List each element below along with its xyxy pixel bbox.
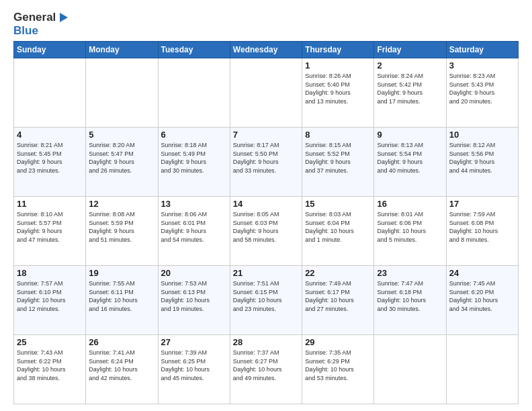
calendar-cell: 27Sunrise: 7:39 AMSunset: 6:25 PMDayligh… xyxy=(158,334,230,404)
day-number: 16 xyxy=(377,199,443,209)
day-info: Sunrise: 8:18 AMSunset: 5:49 PMDaylight:… xyxy=(161,141,227,175)
calendar-cell: 8Sunrise: 8:15 AMSunset: 5:52 PMDaylight… xyxy=(302,128,374,197)
day-info: Sunrise: 7:43 AMSunset: 6:22 PMDaylight:… xyxy=(17,349,83,382)
day-info: Sunrise: 7:57 AMSunset: 6:10 PMDaylight:… xyxy=(17,279,83,313)
day-info: Sunrise: 8:03 AMSunset: 6:04 PMDaylight:… xyxy=(305,210,371,244)
week-row-4: 18Sunrise: 7:57 AMSunset: 6:10 PMDayligh… xyxy=(14,266,519,335)
calendar-cell: 17Sunrise: 7:59 AMSunset: 6:08 PMDayligh… xyxy=(446,197,518,266)
weekday-header-tuesday: Tuesday xyxy=(158,42,230,58)
logo-blue-text: Blue xyxy=(13,24,69,38)
day-info: Sunrise: 7:49 AMSunset: 6:17 PMDaylight:… xyxy=(305,279,371,313)
day-info: Sunrise: 7:41 AMSunset: 6:24 PMDaylight:… xyxy=(89,349,154,382)
week-row-2: 4Sunrise: 8:21 AMSunset: 5:45 PMDaylight… xyxy=(14,128,519,197)
calendar-cell: 24Sunrise: 7:45 AMSunset: 6:20 PMDayligh… xyxy=(446,266,518,335)
calendar-cell: 14Sunrise: 8:05 AMSunset: 6:03 PMDayligh… xyxy=(230,197,302,266)
day-info: Sunrise: 8:10 AMSunset: 5:57 PMDaylight:… xyxy=(17,210,83,244)
day-info: Sunrise: 7:51 AMSunset: 6:15 PMDaylight:… xyxy=(233,279,299,313)
day-number: 25 xyxy=(17,337,83,347)
calendar-cell: 11Sunrise: 8:10 AMSunset: 5:57 PMDayligh… xyxy=(14,197,86,266)
top-section: General Blue xyxy=(13,11,519,37)
weekday-header-saturday: Saturday xyxy=(446,42,518,58)
day-number: 20 xyxy=(161,268,227,278)
day-info: Sunrise: 8:24 AMSunset: 5:42 PMDaylight:… xyxy=(377,72,443,105)
day-number: 9 xyxy=(377,130,443,140)
calendar-cell: 10Sunrise: 8:12 AMSunset: 5:56 PMDayligh… xyxy=(446,128,518,197)
calendar-cell: 9Sunrise: 8:13 AMSunset: 5:54 PMDaylight… xyxy=(374,128,446,197)
day-info: Sunrise: 8:12 AMSunset: 5:56 PMDaylight:… xyxy=(449,141,515,175)
day-number: 12 xyxy=(89,199,154,209)
calendar-cell: 29Sunrise: 7:35 AMSunset: 6:29 PMDayligh… xyxy=(302,334,374,404)
calendar-table: SundayMondayTuesdayWednesdayThursdayFrid… xyxy=(13,41,519,404)
day-number: 28 xyxy=(233,337,299,347)
day-number: 18 xyxy=(17,268,83,278)
calendar-cell: 7Sunrise: 8:17 AMSunset: 5:50 PMDaylight… xyxy=(230,128,302,197)
day-number: 19 xyxy=(89,268,154,278)
calendar-cell: 5Sunrise: 8:20 AMSunset: 5:47 PMDaylight… xyxy=(86,128,158,197)
day-number: 17 xyxy=(449,199,515,209)
day-number: 1 xyxy=(305,60,371,71)
calendar-cell: 19Sunrise: 7:55 AMSunset: 6:11 PMDayligh… xyxy=(86,266,158,335)
day-number: 10 xyxy=(449,130,515,140)
day-info: Sunrise: 8:23 AMSunset: 5:43 PMDaylight:… xyxy=(449,72,515,105)
day-number: 13 xyxy=(161,199,227,209)
day-number: 21 xyxy=(233,268,299,278)
day-number: 15 xyxy=(305,199,371,209)
calendar-cell: 6Sunrise: 8:18 AMSunset: 5:49 PMDaylight… xyxy=(158,128,230,197)
day-info: Sunrise: 8:26 AMSunset: 5:40 PMDaylight:… xyxy=(305,72,371,105)
calendar-cell: 4Sunrise: 8:21 AMSunset: 5:45 PMDaylight… xyxy=(14,128,86,197)
weekday-header-thursday: Thursday xyxy=(302,42,374,58)
day-info: Sunrise: 7:35 AMSunset: 6:29 PMDaylight:… xyxy=(305,349,371,382)
calendar-cell xyxy=(86,58,158,128)
day-number: 11 xyxy=(17,199,83,209)
day-number: 24 xyxy=(449,268,515,278)
calendar-cell: 26Sunrise: 7:41 AMSunset: 6:24 PMDayligh… xyxy=(86,334,158,404)
week-row-5: 25Sunrise: 7:43 AMSunset: 6:22 PMDayligh… xyxy=(14,334,519,404)
day-number: 8 xyxy=(305,130,371,140)
calendar-cell xyxy=(230,58,302,128)
day-info: Sunrise: 8:17 AMSunset: 5:50 PMDaylight:… xyxy=(233,141,299,175)
day-info: Sunrise: 7:53 AMSunset: 6:13 PMDaylight:… xyxy=(161,279,227,313)
day-number: 23 xyxy=(377,268,443,278)
week-row-3: 11Sunrise: 8:10 AMSunset: 5:57 PMDayligh… xyxy=(14,197,519,266)
calendar-cell: 23Sunrise: 7:47 AMSunset: 6:18 PMDayligh… xyxy=(374,266,446,335)
logo: General Blue xyxy=(13,11,69,37)
day-info: Sunrise: 8:05 AMSunset: 6:03 PMDaylight:… xyxy=(233,210,299,244)
calendar-cell xyxy=(374,334,446,404)
calendar-cell: 18Sunrise: 7:57 AMSunset: 6:10 PMDayligh… xyxy=(14,266,86,335)
day-number: 3 xyxy=(449,60,515,71)
day-info: Sunrise: 8:13 AMSunset: 5:54 PMDaylight:… xyxy=(377,141,443,175)
calendar-cell: 12Sunrise: 8:08 AMSunset: 5:59 PMDayligh… xyxy=(86,197,158,266)
day-info: Sunrise: 8:01 AMSunset: 6:06 PMDaylight:… xyxy=(377,210,443,244)
weekday-header-monday: Monday xyxy=(86,42,158,58)
calendar-cell: 25Sunrise: 7:43 AMSunset: 6:22 PMDayligh… xyxy=(14,334,86,404)
svg-marker-0 xyxy=(60,13,68,22)
day-number: 6 xyxy=(161,130,227,140)
calendar-cell xyxy=(158,58,230,128)
day-number: 29 xyxy=(305,337,371,347)
calendar-cell: 13Sunrise: 8:06 AMSunset: 6:01 PMDayligh… xyxy=(158,197,230,266)
day-info: Sunrise: 8:20 AMSunset: 5:47 PMDaylight:… xyxy=(89,141,154,175)
day-info: Sunrise: 7:39 AMSunset: 6:25 PMDaylight:… xyxy=(161,349,227,382)
calendar-cell: 2Sunrise: 8:24 AMSunset: 5:42 PMDaylight… xyxy=(374,58,446,128)
calendar-cell: 3Sunrise: 8:23 AMSunset: 5:43 PMDaylight… xyxy=(446,58,518,128)
weekday-header-friday: Friday xyxy=(374,42,446,58)
day-number: 22 xyxy=(305,268,371,278)
day-info: Sunrise: 7:45 AMSunset: 6:20 PMDaylight:… xyxy=(449,279,515,313)
day-info: Sunrise: 7:55 AMSunset: 6:11 PMDaylight:… xyxy=(89,279,154,313)
calendar-cell: 21Sunrise: 7:51 AMSunset: 6:15 PMDayligh… xyxy=(230,266,302,335)
logo-triangle-icon xyxy=(57,11,69,24)
day-info: Sunrise: 7:59 AMSunset: 6:08 PMDaylight:… xyxy=(449,210,515,244)
day-info: Sunrise: 7:37 AMSunset: 6:27 PMDaylight:… xyxy=(233,349,299,382)
day-info: Sunrise: 8:15 AMSunset: 5:52 PMDaylight:… xyxy=(305,141,371,175)
calendar-cell: 15Sunrise: 8:03 AMSunset: 6:04 PMDayligh… xyxy=(302,197,374,266)
calendar-cell: 16Sunrise: 8:01 AMSunset: 6:06 PMDayligh… xyxy=(374,197,446,266)
day-info: Sunrise: 8:06 AMSunset: 6:01 PMDaylight:… xyxy=(161,210,227,244)
weekday-header-wednesday: Wednesday xyxy=(230,42,302,58)
calendar-cell: 22Sunrise: 7:49 AMSunset: 6:17 PMDayligh… xyxy=(302,266,374,335)
calendar-cell xyxy=(14,58,86,128)
weekday-header-sunday: Sunday xyxy=(14,42,86,58)
logo-general-text: General xyxy=(13,11,56,24)
day-info: Sunrise: 8:08 AMSunset: 5:59 PMDaylight:… xyxy=(89,210,154,244)
calendar-cell: 20Sunrise: 7:53 AMSunset: 6:13 PMDayligh… xyxy=(158,266,230,335)
day-info: Sunrise: 7:47 AMSunset: 6:18 PMDaylight:… xyxy=(377,279,443,313)
